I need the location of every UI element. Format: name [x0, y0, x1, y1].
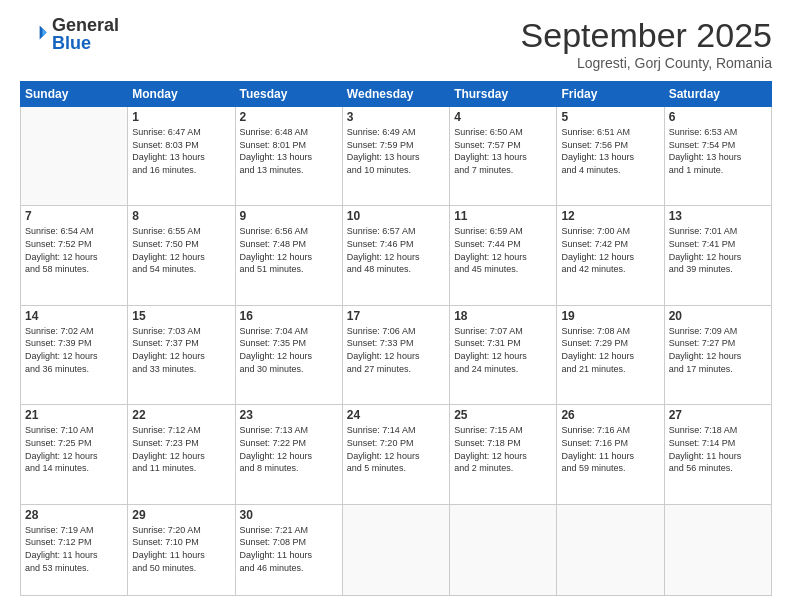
day-info: Sunrise: 7:09 AM Sunset: 7:27 PM Dayligh… [669, 325, 767, 375]
table-row: 2Sunrise: 6:48 AM Sunset: 8:01 PM Daylig… [235, 107, 342, 206]
location-subtitle: Logresti, Gorj County, Romania [521, 55, 772, 71]
logo-icon [20, 20, 48, 48]
day-info: Sunrise: 7:02 AM Sunset: 7:39 PM Dayligh… [25, 325, 123, 375]
day-info: Sunrise: 7:10 AM Sunset: 7:25 PM Dayligh… [25, 424, 123, 474]
table-row: 28Sunrise: 7:19 AM Sunset: 7:12 PM Dayli… [21, 504, 128, 595]
day-info: Sunrise: 7:19 AM Sunset: 7:12 PM Dayligh… [25, 524, 123, 574]
day-info: Sunrise: 7:12 AM Sunset: 7:23 PM Dayligh… [132, 424, 230, 474]
col-tuesday: Tuesday [235, 82, 342, 107]
table-row: 11Sunrise: 6:59 AM Sunset: 7:44 PM Dayli… [450, 206, 557, 305]
day-number: 17 [347, 309, 445, 323]
calendar-table: Sunday Monday Tuesday Wednesday Thursday… [20, 81, 772, 596]
day-info: Sunrise: 7:15 AM Sunset: 7:18 PM Dayligh… [454, 424, 552, 474]
day-number: 3 [347, 110, 445, 124]
day-number: 8 [132, 209, 230, 223]
day-number: 29 [132, 508, 230, 522]
day-info: Sunrise: 7:07 AM Sunset: 7:31 PM Dayligh… [454, 325, 552, 375]
table-row: 19Sunrise: 7:08 AM Sunset: 7:29 PM Dayli… [557, 305, 664, 404]
day-number: 19 [561, 309, 659, 323]
table-row: 18Sunrise: 7:07 AM Sunset: 7:31 PM Dayli… [450, 305, 557, 404]
day-info: Sunrise: 6:47 AM Sunset: 8:03 PM Dayligh… [132, 126, 230, 176]
calendar-header-row: Sunday Monday Tuesday Wednesday Thursday… [21, 82, 772, 107]
table-row: 30Sunrise: 7:21 AM Sunset: 7:08 PM Dayli… [235, 504, 342, 595]
table-row: 13Sunrise: 7:01 AM Sunset: 7:41 PM Dayli… [664, 206, 771, 305]
day-number: 28 [25, 508, 123, 522]
day-info: Sunrise: 6:57 AM Sunset: 7:46 PM Dayligh… [347, 225, 445, 275]
day-info: Sunrise: 7:21 AM Sunset: 7:08 PM Dayligh… [240, 524, 338, 574]
table-row [342, 504, 449, 595]
day-info: Sunrise: 6:50 AM Sunset: 7:57 PM Dayligh… [454, 126, 552, 176]
calendar-week-3: 14Sunrise: 7:02 AM Sunset: 7:39 PM Dayli… [21, 305, 772, 404]
logo-text: General Blue [52, 16, 119, 52]
day-info: Sunrise: 6:55 AM Sunset: 7:50 PM Dayligh… [132, 225, 230, 275]
day-number: 22 [132, 408, 230, 422]
day-info: Sunrise: 6:53 AM Sunset: 7:54 PM Dayligh… [669, 126, 767, 176]
col-thursday: Thursday [450, 82, 557, 107]
day-number: 4 [454, 110, 552, 124]
day-info: Sunrise: 7:16 AM Sunset: 7:16 PM Dayligh… [561, 424, 659, 474]
table-row: 6Sunrise: 6:53 AM Sunset: 7:54 PM Daylig… [664, 107, 771, 206]
day-number: 6 [669, 110, 767, 124]
day-number: 12 [561, 209, 659, 223]
table-row: 10Sunrise: 6:57 AM Sunset: 7:46 PM Dayli… [342, 206, 449, 305]
day-number: 13 [669, 209, 767, 223]
col-wednesday: Wednesday [342, 82, 449, 107]
table-row [21, 107, 128, 206]
day-number: 25 [454, 408, 552, 422]
col-monday: Monday [128, 82, 235, 107]
month-title: September 2025 [521, 16, 772, 55]
logo-blue: Blue [52, 34, 119, 52]
day-number: 7 [25, 209, 123, 223]
calendar-week-4: 21Sunrise: 7:10 AM Sunset: 7:25 PM Dayli… [21, 405, 772, 504]
table-row: 5Sunrise: 6:51 AM Sunset: 7:56 PM Daylig… [557, 107, 664, 206]
table-row: 8Sunrise: 6:55 AM Sunset: 7:50 PM Daylig… [128, 206, 235, 305]
day-info: Sunrise: 7:01 AM Sunset: 7:41 PM Dayligh… [669, 225, 767, 275]
day-number: 1 [132, 110, 230, 124]
day-info: Sunrise: 7:18 AM Sunset: 7:14 PM Dayligh… [669, 424, 767, 474]
svg-marker-1 [42, 28, 46, 36]
day-info: Sunrise: 7:04 AM Sunset: 7:35 PM Dayligh… [240, 325, 338, 375]
table-row: 7Sunrise: 6:54 AM Sunset: 7:52 PM Daylig… [21, 206, 128, 305]
table-row: 20Sunrise: 7:09 AM Sunset: 7:27 PM Dayli… [664, 305, 771, 404]
col-saturday: Saturday [664, 82, 771, 107]
logo-general: General [52, 16, 119, 34]
day-number: 11 [454, 209, 552, 223]
calendar-week-1: 1Sunrise: 6:47 AM Sunset: 8:03 PM Daylig… [21, 107, 772, 206]
day-number: 15 [132, 309, 230, 323]
day-number: 26 [561, 408, 659, 422]
day-number: 30 [240, 508, 338, 522]
day-number: 20 [669, 309, 767, 323]
table-row: 23Sunrise: 7:13 AM Sunset: 7:22 PM Dayli… [235, 405, 342, 504]
day-info: Sunrise: 6:56 AM Sunset: 7:48 PM Dayligh… [240, 225, 338, 275]
table-row: 12Sunrise: 7:00 AM Sunset: 7:42 PM Dayli… [557, 206, 664, 305]
day-number: 21 [25, 408, 123, 422]
table-row: 22Sunrise: 7:12 AM Sunset: 7:23 PM Dayli… [128, 405, 235, 504]
day-info: Sunrise: 7:06 AM Sunset: 7:33 PM Dayligh… [347, 325, 445, 375]
day-info: Sunrise: 7:20 AM Sunset: 7:10 PM Dayligh… [132, 524, 230, 574]
title-block: September 2025 Logresti, Gorj County, Ro… [521, 16, 772, 71]
day-info: Sunrise: 6:59 AM Sunset: 7:44 PM Dayligh… [454, 225, 552, 275]
day-info: Sunrise: 7:03 AM Sunset: 7:37 PM Dayligh… [132, 325, 230, 375]
day-info: Sunrise: 6:48 AM Sunset: 8:01 PM Dayligh… [240, 126, 338, 176]
day-number: 10 [347, 209, 445, 223]
day-number: 5 [561, 110, 659, 124]
table-row [450, 504, 557, 595]
day-info: Sunrise: 6:49 AM Sunset: 7:59 PM Dayligh… [347, 126, 445, 176]
table-row: 21Sunrise: 7:10 AM Sunset: 7:25 PM Dayli… [21, 405, 128, 504]
col-friday: Friday [557, 82, 664, 107]
day-number: 16 [240, 309, 338, 323]
page: General Blue September 2025 Logresti, Go… [0, 0, 792, 612]
day-number: 27 [669, 408, 767, 422]
day-number: 9 [240, 209, 338, 223]
table-row: 4Sunrise: 6:50 AM Sunset: 7:57 PM Daylig… [450, 107, 557, 206]
table-row: 3Sunrise: 6:49 AM Sunset: 7:59 PM Daylig… [342, 107, 449, 206]
table-row: 17Sunrise: 7:06 AM Sunset: 7:33 PM Dayli… [342, 305, 449, 404]
day-info: Sunrise: 7:13 AM Sunset: 7:22 PM Dayligh… [240, 424, 338, 474]
table-row: 14Sunrise: 7:02 AM Sunset: 7:39 PM Dayli… [21, 305, 128, 404]
day-info: Sunrise: 6:51 AM Sunset: 7:56 PM Dayligh… [561, 126, 659, 176]
table-row: 26Sunrise: 7:16 AM Sunset: 7:16 PM Dayli… [557, 405, 664, 504]
calendar-week-2: 7Sunrise: 6:54 AM Sunset: 7:52 PM Daylig… [21, 206, 772, 305]
table-row: 24Sunrise: 7:14 AM Sunset: 7:20 PM Dayli… [342, 405, 449, 504]
table-row: 16Sunrise: 7:04 AM Sunset: 7:35 PM Dayli… [235, 305, 342, 404]
day-number: 23 [240, 408, 338, 422]
